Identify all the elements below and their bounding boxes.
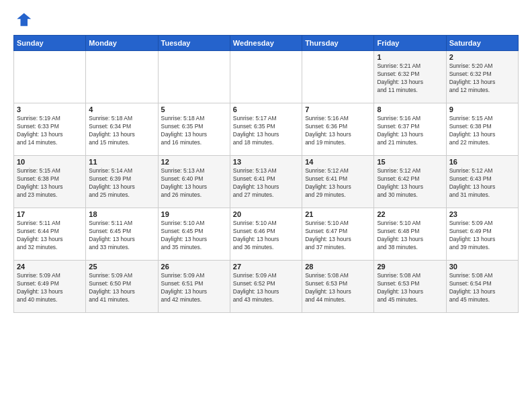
header-cell-wednesday: Wednesday	[230, 36, 302, 51]
day-cell: 15Sunrise: 5:12 AM Sunset: 6:42 PM Dayli…	[374, 156, 446, 208]
day-info: Sunrise: 5:09 AM Sunset: 6:52 PM Dayligh…	[233, 272, 299, 304]
day-info: Sunrise: 5:19 AM Sunset: 6:33 PM Dayligh…	[17, 115, 83, 147]
day-number: 9	[449, 105, 515, 113]
day-cell: 25Sunrise: 5:09 AM Sunset: 6:50 PM Dayli…	[86, 261, 158, 313]
day-info: Sunrise: 5:10 AM Sunset: 6:45 PM Dayligh…	[161, 220, 227, 252]
week-row-4: 17Sunrise: 5:11 AM Sunset: 6:44 PM Dayli…	[14, 208, 519, 261]
day-cell: 2Sunrise: 5:20 AM Sunset: 6:32 PM Daylig…	[446, 51, 518, 103]
day-number: 1	[377, 53, 443, 61]
day-number: 5	[161, 105, 227, 113]
day-info: Sunrise: 5:13 AM Sunset: 6:41 PM Dayligh…	[233, 167, 299, 199]
day-number: 2	[449, 53, 515, 61]
header-row: SundayMondayTuesdayWednesdayThursdayFrid…	[14, 36, 519, 51]
day-info: Sunrise: 5:08 AM Sunset: 6:53 PM Dayligh…	[377, 272, 443, 304]
day-cell: 18Sunrise: 5:11 AM Sunset: 6:45 PM Dayli…	[86, 208, 158, 261]
day-info: Sunrise: 5:09 AM Sunset: 6:50 PM Dayligh…	[89, 272, 154, 304]
day-info: Sunrise: 5:18 AM Sunset: 6:35 PM Dayligh…	[161, 115, 227, 147]
day-info: Sunrise: 5:12 AM Sunset: 6:41 PM Dayligh…	[305, 167, 371, 199]
header-cell-tuesday: Tuesday	[158, 36, 230, 51]
day-info: Sunrise: 5:10 AM Sunset: 6:46 PM Dayligh…	[233, 220, 299, 252]
day-cell	[158, 51, 230, 103]
day-info: Sunrise: 5:10 AM Sunset: 6:47 PM Dayligh…	[305, 220, 371, 252]
day-cell: 3Sunrise: 5:19 AM Sunset: 6:33 PM Daylig…	[14, 103, 86, 156]
calendar-body: 1Sunrise: 5:21 AM Sunset: 6:32 PM Daylig…	[14, 51, 519, 313]
day-number: 6	[233, 105, 299, 113]
day-number: 21	[305, 210, 371, 218]
day-info: Sunrise: 5:11 AM Sunset: 6:44 PM Dayligh…	[17, 220, 83, 252]
day-number: 13	[233, 158, 299, 166]
day-cell: 20Sunrise: 5:10 AM Sunset: 6:46 PM Dayli…	[230, 208, 302, 261]
day-number: 14	[305, 158, 371, 166]
day-cell	[14, 51, 86, 103]
day-cell: 7Sunrise: 5:16 AM Sunset: 6:36 PM Daylig…	[302, 103, 374, 156]
day-cell: 10Sunrise: 5:15 AM Sunset: 6:38 PM Dayli…	[14, 156, 86, 208]
day-number: 18	[89, 210, 154, 218]
day-number: 27	[233, 263, 299, 271]
day-cell: 12Sunrise: 5:13 AM Sunset: 6:40 PM Dayli…	[158, 156, 230, 208]
header-cell-monday: Monday	[86, 36, 158, 51]
day-info: Sunrise: 5:16 AM Sunset: 6:37 PM Dayligh…	[377, 115, 443, 147]
day-cell: 5Sunrise: 5:18 AM Sunset: 6:35 PM Daylig…	[158, 103, 230, 156]
day-number: 10	[17, 158, 83, 166]
day-info: Sunrise: 5:08 AM Sunset: 6:54 PM Dayligh…	[449, 272, 515, 304]
day-cell: 24Sunrise: 5:09 AM Sunset: 6:49 PM Dayli…	[14, 261, 86, 313]
day-number: 16	[449, 158, 515, 166]
day-number: 17	[17, 210, 83, 218]
calendar-table: SundayMondayTuesdayWednesdayThursdayFrid…	[13, 35, 519, 313]
day-cell: 9Sunrise: 5:15 AM Sunset: 6:38 PM Daylig…	[446, 103, 518, 156]
day-cell: 16Sunrise: 5:12 AM Sunset: 6:43 PM Dayli…	[446, 156, 518, 208]
day-number: 7	[305, 105, 371, 113]
day-cell: 27Sunrise: 5:09 AM Sunset: 6:52 PM Dayli…	[230, 261, 302, 313]
day-cell: 30Sunrise: 5:08 AM Sunset: 6:54 PM Dayli…	[446, 261, 518, 313]
day-info: Sunrise: 5:14 AM Sunset: 6:39 PM Dayligh…	[89, 167, 154, 199]
day-info: Sunrise: 5:15 AM Sunset: 6:38 PM Dayligh…	[449, 115, 515, 147]
day-number: 23	[449, 210, 515, 218]
day-cell: 4Sunrise: 5:18 AM Sunset: 6:34 PM Daylig…	[86, 103, 158, 156]
header-cell-friday: Friday	[374, 36, 446, 51]
day-info: Sunrise: 5:10 AM Sunset: 6:48 PM Dayligh…	[377, 220, 443, 252]
day-cell: 19Sunrise: 5:10 AM Sunset: 6:45 PM Dayli…	[158, 208, 230, 261]
day-cell: 13Sunrise: 5:13 AM Sunset: 6:41 PM Dayli…	[230, 156, 302, 208]
header-cell-thursday: Thursday	[302, 36, 374, 51]
header-cell-sunday: Sunday	[14, 36, 86, 51]
day-number: 12	[161, 158, 227, 166]
page-header	[13, 11, 519, 30]
day-info: Sunrise: 5:15 AM Sunset: 6:38 PM Dayligh…	[17, 167, 83, 199]
day-number: 4	[89, 105, 154, 113]
day-number: 11	[89, 158, 154, 166]
day-cell: 6Sunrise: 5:17 AM Sunset: 6:35 PM Daylig…	[230, 103, 302, 156]
day-number: 22	[377, 210, 443, 218]
day-cell: 28Sunrise: 5:08 AM Sunset: 6:53 PM Dayli…	[302, 261, 374, 313]
day-info: Sunrise: 5:17 AM Sunset: 6:35 PM Dayligh…	[233, 115, 299, 147]
day-info: Sunrise: 5:08 AM Sunset: 6:53 PM Dayligh…	[305, 272, 371, 304]
day-info: Sunrise: 5:09 AM Sunset: 6:51 PM Dayligh…	[161, 272, 227, 304]
day-number: 25	[89, 263, 154, 271]
day-cell: 22Sunrise: 5:10 AM Sunset: 6:48 PM Dayli…	[374, 208, 446, 261]
day-cell: 8Sunrise: 5:16 AM Sunset: 6:37 PM Daylig…	[374, 103, 446, 156]
day-number: 3	[17, 105, 83, 113]
day-info: Sunrise: 5:12 AM Sunset: 6:43 PM Dayligh…	[449, 167, 515, 199]
day-info: Sunrise: 5:13 AM Sunset: 6:40 PM Dayligh…	[161, 167, 227, 199]
day-number: 30	[449, 263, 515, 271]
day-cell: 29Sunrise: 5:08 AM Sunset: 6:53 PM Dayli…	[374, 261, 446, 313]
week-row-2: 3Sunrise: 5:19 AM Sunset: 6:33 PM Daylig…	[14, 103, 519, 156]
day-info: Sunrise: 5:12 AM Sunset: 6:42 PM Dayligh…	[377, 167, 443, 199]
svg-marker-0	[17, 13, 31, 26]
day-number: 26	[161, 263, 227, 271]
week-row-1: 1Sunrise: 5:21 AM Sunset: 6:32 PM Daylig…	[14, 51, 519, 103]
day-cell: 23Sunrise: 5:09 AM Sunset: 6:49 PM Dayli…	[446, 208, 518, 261]
day-cell: 26Sunrise: 5:09 AM Sunset: 6:51 PM Dayli…	[158, 261, 230, 313]
day-cell: 14Sunrise: 5:12 AM Sunset: 6:41 PM Dayli…	[302, 156, 374, 208]
day-number: 29	[377, 263, 443, 271]
header-cell-saturday: Saturday	[446, 36, 518, 51]
day-cell	[86, 51, 158, 103]
day-info: Sunrise: 5:20 AM Sunset: 6:32 PM Dayligh…	[449, 62, 515, 95]
day-cell	[230, 51, 302, 103]
day-number: 28	[305, 263, 371, 271]
week-row-5: 24Sunrise: 5:09 AM Sunset: 6:49 PM Dayli…	[14, 261, 519, 313]
logo-icon	[13, 11, 32, 30]
day-number: 8	[377, 105, 443, 113]
day-cell: 17Sunrise: 5:11 AM Sunset: 6:44 PM Dayli…	[14, 208, 86, 261]
day-info: Sunrise: 5:16 AM Sunset: 6:36 PM Dayligh…	[305, 115, 371, 147]
day-cell: 21Sunrise: 5:10 AM Sunset: 6:47 PM Dayli…	[302, 208, 374, 261]
